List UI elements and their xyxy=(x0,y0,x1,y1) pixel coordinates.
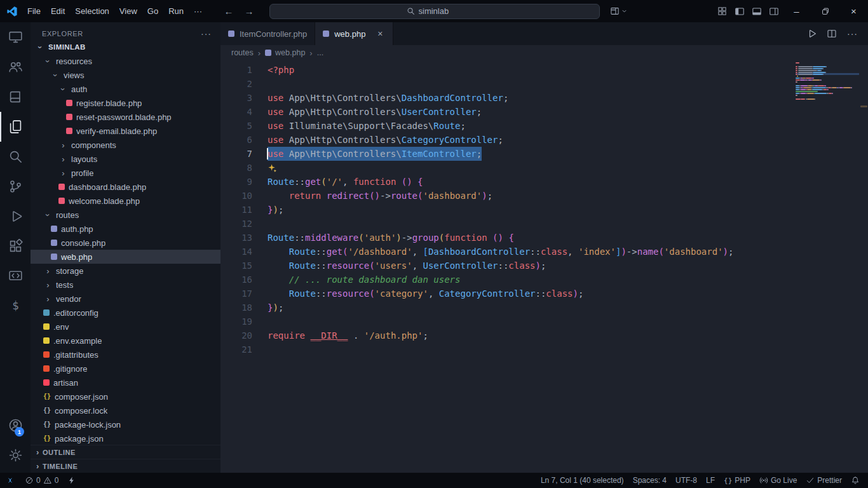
code-line-17[interactable]: 17 Route::resource('category', CategoryC… xyxy=(220,287,868,301)
activity-item-settings[interactable] xyxy=(0,440,31,470)
close-button[interactable]: × xyxy=(839,0,868,22)
code-line-19[interactable]: 19 xyxy=(220,315,868,329)
status-ports[interactable] xyxy=(63,473,81,488)
code-line-16[interactable]: 16 // ... route dashboard dan users xyxy=(220,273,868,287)
tree-item-editorconfig[interactable]: .editorconfig xyxy=(31,306,220,320)
menu-file[interactable]: File xyxy=(22,4,46,18)
code-line-20[interactable]: 20require __DIR__ . '/auth.php'; xyxy=(220,329,868,342)
code-line-14[interactable]: 14 Route::get('/dashboard', [DashboardCo… xyxy=(220,245,868,259)
tree-item-auth-php[interactable]: auth.php xyxy=(31,222,220,236)
activity-item-remote-explorer[interactable] xyxy=(0,261,31,291)
toggle-sidebar-button[interactable] xyxy=(731,0,748,22)
code-line-11[interactable]: 11}); xyxy=(220,203,868,217)
activity-item-explorer[interactable] xyxy=(0,112,31,142)
tree-item-gitignore[interactable]: .gitignore xyxy=(31,362,220,376)
tree-item-routes[interactable]: ›routes xyxy=(31,208,220,222)
tree-item-package-lock-json[interactable]: {}package-lock.json xyxy=(31,417,220,431)
tree-item-register-blade-php[interactable]: register.blade.php xyxy=(31,96,220,110)
tree-item-console-php[interactable]: console.php xyxy=(31,236,220,250)
tree-item-vendor[interactable]: ›vendor xyxy=(31,292,220,306)
tree-item-package-json[interactable]: {}package.json xyxy=(31,431,220,445)
search-input[interactable] xyxy=(419,6,463,16)
outline-section-header[interactable]: › OUTLINE xyxy=(31,445,220,459)
tree-item-composer-json[interactable]: {}composer.json xyxy=(31,390,220,403)
status-cursor-position[interactable]: Ln 7, Col 1 (40 selected) xyxy=(536,473,628,488)
code-line-21[interactable]: 21 xyxy=(220,342,868,356)
activity-item-accounts[interactable]: 1 xyxy=(0,410,31,440)
explorer-more-button[interactable]: ··· xyxy=(201,29,212,39)
breadcrumb-item-routes[interactable]: routes xyxy=(231,48,254,57)
activity-item-run-debug[interactable] xyxy=(0,201,31,231)
menu-view[interactable]: View xyxy=(114,4,142,18)
code-line-12[interactable]: 12 xyxy=(220,217,868,231)
tree-item-gitattributes[interactable]: .gitattributes xyxy=(31,348,220,362)
restore-button[interactable] xyxy=(811,0,839,22)
code-editor[interactable]: 1<?php23use App\Http\Controllers\Dashboa… xyxy=(220,60,868,473)
code-line-10[interactable]: 10 return redirect()->route('dashboard')… xyxy=(220,189,868,203)
tree-item-storage[interactable]: ›storage xyxy=(31,264,220,278)
tab-web-php[interactable]: web.php× xyxy=(315,22,393,45)
toggle-secondary-sidebar-button[interactable] xyxy=(765,0,782,22)
tree-item-auth[interactable]: ›auth xyxy=(31,82,220,96)
activity-item-organization[interactable] xyxy=(0,52,31,82)
tree-item-env-example[interactable]: .env.example xyxy=(31,334,220,348)
menu-go[interactable]: Go xyxy=(142,4,163,18)
code-line-8[interactable]: 8 xyxy=(220,161,868,175)
menu-edit[interactable]: Edit xyxy=(46,4,70,18)
code-line-3[interactable]: 3use App\Http\Controllers\DashboardContr… xyxy=(220,91,868,105)
split-editor-icon[interactable] xyxy=(827,29,837,39)
status-problems[interactable]: 00 xyxy=(20,473,63,488)
menu-selection[interactable]: Selection xyxy=(70,4,114,18)
status-eol[interactable]: LF xyxy=(702,473,719,488)
tree-item-dashboard-blade-php[interactable]: dashboard.blade.php xyxy=(31,180,220,194)
command-center-search[interactable] xyxy=(269,4,600,19)
code-line-5[interactable]: 5use Illuminate\Support\Facades\Route; xyxy=(220,119,868,133)
tree-item-tests[interactable]: ›tests xyxy=(31,278,220,292)
code-line-13[interactable]: 13Route::middleware('auth')->group(funct… xyxy=(220,231,868,245)
tree-item-profile[interactable]: ›profile xyxy=(31,166,220,180)
minimap[interactable] xyxy=(796,62,859,102)
close-icon[interactable]: × xyxy=(375,29,385,39)
status-go-live[interactable]: Go Live xyxy=(755,473,801,488)
code-line-7[interactable]: 7use App\Http\Controllers\ItemController… xyxy=(220,147,868,161)
status-remote[interactable] xyxy=(0,473,20,488)
tree-item-web-php[interactable]: web.php xyxy=(31,250,220,264)
menu-more[interactable]: ··· xyxy=(189,4,207,18)
code-line-18[interactable]: 18}); xyxy=(220,301,868,315)
minimize-button[interactable]: – xyxy=(782,0,811,22)
tree-item-artisan[interactable]: artisan xyxy=(31,376,220,390)
menu-run[interactable]: Run xyxy=(163,4,189,18)
run-icon[interactable] xyxy=(806,29,817,39)
activity-item-monitor[interactable] xyxy=(0,22,31,52)
activity-item-docs[interactable] xyxy=(0,82,31,112)
code-line-9[interactable]: 9Route::get('/', function () { xyxy=(220,175,868,189)
status-indentation[interactable]: Spaces: 4 xyxy=(628,473,671,488)
code-line-15[interactable]: 15 Route::resource('users', UserControll… xyxy=(220,259,868,273)
tree-item-verify-email-blade-php[interactable]: verify-email.blade.php xyxy=(31,124,220,138)
status-prettier[interactable]: Prettier xyxy=(801,473,846,488)
tree-item-views[interactable]: ›views xyxy=(31,68,220,82)
activity-item-source-control[interactable] xyxy=(0,172,31,201)
activity-item-search[interactable] xyxy=(0,142,31,172)
nav-forward-button[interactable]: → xyxy=(241,4,257,19)
activity-item-sponsor[interactable]: $ xyxy=(0,291,31,321)
tree-item-resources[interactable]: ›resources xyxy=(31,54,220,68)
tree-item-env[interactable]: .env xyxy=(31,320,220,334)
tree-item-reset-password-blade-php[interactable]: reset-password.blade.php xyxy=(31,110,220,124)
tree-item-composer-lock[interactable]: {}composer.lock xyxy=(31,403,220,417)
tab-itemcontroller-php[interactable]: ItemController.php xyxy=(220,22,315,45)
code-line-4[interactable]: 4use App\Http\Controllers\UserController… xyxy=(220,105,868,119)
tree-item-layouts[interactable]: ›layouts xyxy=(31,152,220,166)
tree-item-siminlab[interactable]: ›SIMINLAB xyxy=(31,40,220,54)
split-window-button[interactable] xyxy=(610,6,628,16)
nav-back-button[interactable]: ← xyxy=(221,4,236,19)
code-line-2[interactable]: 2 xyxy=(220,77,868,91)
breadcrumb-item-symbol[interactable]: ... xyxy=(317,48,323,57)
tree-item-welcome-blade-php[interactable]: welcome.blade.php xyxy=(31,194,220,208)
code-line-1[interactable]: 1<?php xyxy=(220,63,868,77)
toggle-panel-button[interactable] xyxy=(748,0,765,22)
status-notifications[interactable] xyxy=(846,473,864,488)
status-language-mode[interactable]: {}PHP xyxy=(719,473,755,488)
breadcrumb-item-web-php[interactable]: web.php xyxy=(265,48,305,57)
status-encoding[interactable]: UTF-8 xyxy=(671,473,702,488)
